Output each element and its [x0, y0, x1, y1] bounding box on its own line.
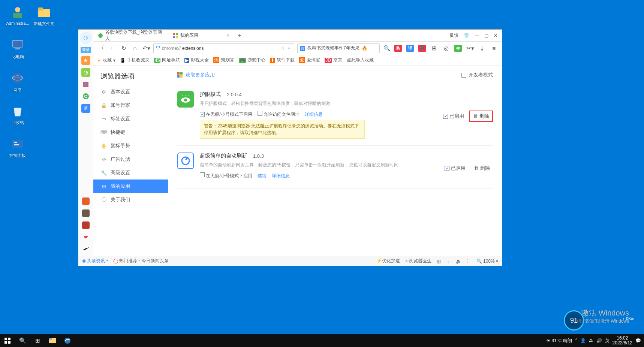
tab-0[interactable]: 谷歌浏览器下载_浏览器官网入 — [93, 30, 168, 41]
tray-ime[interactable]: 英 — [605, 338, 610, 344]
close-window-icon[interactable]: ✕ — [494, 33, 497, 38]
perf-gauge[interactable]: 91 — [564, 310, 584, 331]
search-taskbar-icon[interactable]: 🔍 — [15, 334, 30, 347]
explorer-icon[interactable] — [45, 334, 60, 347]
address-bar[interactable]: ⛉ chrome://extensions ☆ ▾ — [153, 43, 294, 53]
bookmark-5[interactable]: ⬇软件下载 — [270, 57, 295, 63]
checkbox-icon[interactable] — [445, 166, 449, 171]
checkbox-icon[interactable] — [258, 111, 262, 116]
bookmark-6[interactable]: 爱爱淘宝 — [299, 57, 320, 63]
desktop-icon-admin[interactable]: Administra... — [4, 4, 31, 25]
news-icon[interactable]: ◉ 头条资讯 • — [82, 258, 108, 264]
bookmark-4[interactable]: 🎮游戏中心 — [239, 57, 265, 63]
hot-news[interactable]: ◯ 热门推荐：今日新闻头条 — [113, 258, 169, 264]
rail-nike-icon[interactable] — [81, 245, 90, 254]
sidebar-item-adblock[interactable]: ⊘广告过滤 — [93, 153, 168, 166]
reload-icon[interactable]: ↻ — [120, 44, 128, 52]
rail-chrome-icon[interactable] — [81, 92, 90, 101]
ext-incog-toggle[interactable]: 在无痕/小号模式下启用 — [200, 111, 252, 118]
tray-people-icon[interactable]: 👤 — [580, 338, 586, 343]
ext-incog-toggle[interactable]: 在无痕/小号模式下启用 — [200, 172, 252, 179]
sidebar-item-basic[interactable]: ⚙基本设置 — [93, 85, 168, 99]
sidebar-item-myapps[interactable]: ⊞我的应用 — [93, 179, 168, 193]
expand-icon[interactable]: ⛶ — [467, 259, 471, 264]
desktop-icon-recycle[interactable]: 回收站 — [4, 103, 31, 126]
forward-icon[interactable]: 〉 — [108, 44, 117, 52]
bookmark-star-icon[interactable]: ☆ — [281, 46, 285, 51]
scissors-icon[interactable]: ✂▾ — [466, 44, 474, 52]
weather[interactable]: ☀ 31°C 晴朗 — [546, 338, 572, 344]
dev-mode-toggle[interactable]: 开发者模式 — [461, 72, 493, 78]
tray-notify-icon[interactable]: 💬 — [635, 338, 641, 343]
rail-heart-icon[interactable]: ❤ — [81, 233, 90, 242]
tab-1[interactable]: 我的应用× — [168, 30, 234, 41]
start-icon[interactable] — [0, 334, 15, 347]
grid-icon[interactable]: ⊞ — [430, 44, 438, 52]
feedback-link[interactable]: 反馈 — [449, 32, 458, 39]
skin-icon[interactable]: 👕 — [464, 33, 469, 38]
undo-icon[interactable]: ↶▾ — [142, 44, 150, 52]
rail-doc-icon[interactable] — [81, 80, 90, 89]
tray-chevron-icon[interactable]: ˄ — [575, 338, 577, 343]
bookmark-2[interactable]: ▶影视大全 — [184, 57, 209, 63]
sidebar-item-shortcut[interactable]: ⌨快捷键 — [93, 126, 168, 139]
ext-chip-game-icon[interactable]: 🎮 — [418, 45, 426, 52]
split-icon[interactable]: ▥ — [437, 259, 441, 264]
home-icon[interactable]: ⌂ — [131, 44, 139, 52]
ext-options-link[interactable]: 选项 — [258, 173, 267, 179]
rail-clock-icon[interactable]: ◔ — [81, 68, 90, 77]
bookmark-0[interactable]: 📱手机收藏夹 — [120, 57, 150, 63]
ext-file-toggle[interactable]: 允许访问文件网址 — [258, 111, 300, 118]
minimize-icon[interactable]: — — [475, 33, 479, 38]
checkbox-icon[interactable] — [443, 114, 448, 119]
ext-chip-translate[interactable]: 译 — [406, 45, 414, 52]
ext-delete-button[interactable]: 🗑删除 — [469, 111, 493, 122]
ext-delete-button[interactable]: 🗑删除 — [471, 163, 493, 173]
search-box[interactable]: 度 教科书式老赖事件7年无果 🔥 — [297, 43, 380, 53]
taskview-icon[interactable]: ⊞ — [30, 334, 45, 347]
desktop-icon-pc[interactable]: 此电脑 — [4, 37, 31, 60]
ext-enable-toggle[interactable]: 已启用 — [443, 113, 464, 120]
download-icon[interactable]: ⭳ — [478, 44, 486, 52]
new-tab-button[interactable]: + — [234, 32, 245, 39]
rail-app2-icon[interactable] — [81, 209, 90, 218]
avatar-icon[interactable]: ☺ — [80, 32, 92, 44]
ext-details-link[interactable]: 详细信息 — [305, 111, 323, 118]
login-button[interactable]: 登录 — [81, 47, 91, 53]
back-icon[interactable]: 〈 — [97, 44, 105, 52]
tray-network-icon[interactable]: 🖧 — [589, 338, 593, 343]
bookmark-import[interactable]: 点此导入收藏 — [347, 57, 374, 63]
bookmark-3[interactable]: 淘聚划算 — [213, 57, 234, 63]
bookmark-7[interactable]: JD京东 — [325, 57, 342, 63]
sidebar-item-advanced[interactable]: 🔧高级设置 — [93, 166, 168, 179]
rail-app3-icon[interactable] — [81, 221, 90, 230]
desktop-icon-network[interactable]: 网络 — [4, 70, 31, 93]
download-status-icon[interactable]: ⭳ — [446, 259, 451, 264]
bookmark-fav[interactable]: ★收藏 ▾ — [97, 57, 115, 63]
tray-volume-icon[interactable]: 🔊 — [596, 338, 602, 343]
checkbox-icon[interactable] — [200, 112, 205, 117]
ext-enable-toggle[interactable]: 已启用 — [445, 165, 466, 172]
desktop-icon-control[interactable]: 控制面板 — [4, 136, 31, 159]
sound-icon[interactable]: 🔉 — [456, 259, 461, 264]
sidebar-item-gesture[interactable]: ✋鼠标手势 — [93, 139, 168, 153]
desktop-icon-folder[interactable]: 新建文件夹 — [31, 4, 57, 27]
tray-clock[interactable]: 16:022022/8/12 — [613, 336, 632, 346]
ext-details-link[interactable]: 详细信息 — [272, 173, 290, 179]
sidebar-item-account[interactable]: 🔒账号管家 — [93, 99, 168, 112]
zoom-level[interactable]: 🔍 100% ▾ — [476, 259, 498, 264]
ext-chip-eye-icon[interactable]: 👁 — [454, 45, 462, 52]
bookmark-1[interactable]: 45网址导航 — [154, 57, 180, 63]
checkbox-icon[interactable] — [200, 172, 205, 177]
ext-chip-buy[interactable]: 购 — [394, 45, 402, 52]
sidebar-item-tabs[interactable]: ▭标签设置 — [93, 112, 168, 126]
target-icon[interactable]: ◎ — [442, 44, 450, 52]
optimize-link[interactable]: ⚡优化加速 — [376, 258, 400, 264]
dev-mode-checkbox[interactable] — [461, 73, 466, 78]
maximize-icon[interactable]: ▢ — [484, 33, 488, 38]
edge-icon[interactable] — [60, 334, 75, 347]
tab-close-icon[interactable]: × — [227, 33, 229, 38]
rail-app1-icon[interactable] — [81, 197, 90, 206]
menu-icon[interactable]: ≡ — [490, 44, 498, 52]
rail-star-icon[interactable]: ★ — [81, 56, 90, 65]
